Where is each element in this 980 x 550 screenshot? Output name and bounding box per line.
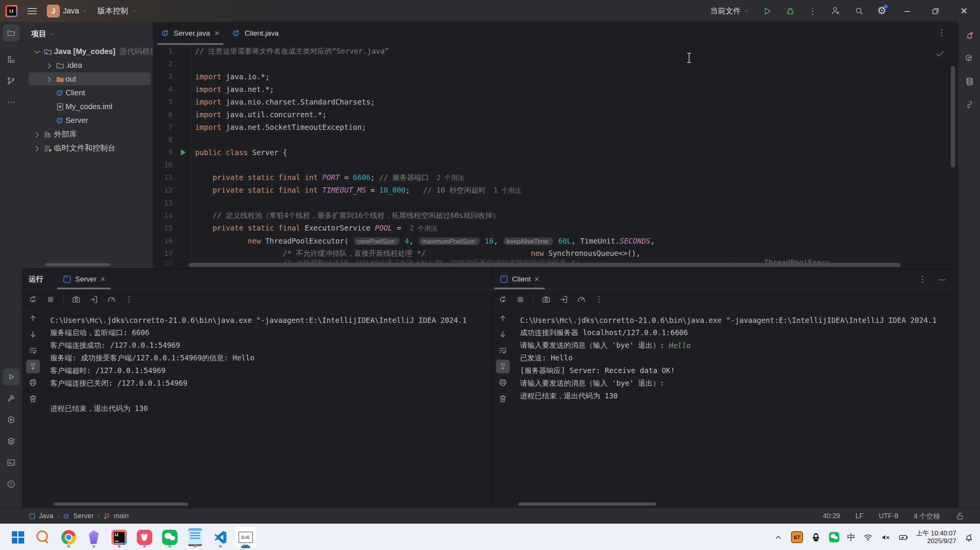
soft-wrap-icon[interactable] bbox=[26, 344, 40, 357]
tray-expand-icon[interactable] bbox=[773, 532, 783, 542]
line-number[interactable]: 9 bbox=[153, 148, 176, 156]
line-number[interactable]: 16 bbox=[153, 237, 176, 245]
console-tab-server[interactable]: Server✕ bbox=[59, 269, 109, 289]
window-minimize-button[interactable]: – bbox=[900, 5, 915, 17]
tree-item-client[interactable]: CClient bbox=[22, 86, 153, 100]
taskbar-app-obsidian[interactable] bbox=[83, 526, 105, 548]
code-editor[interactable]: 1// 注意这里需要将文件名改成主类对应的“Server.java”23impo… bbox=[153, 45, 958, 268]
capture-snapshot-icon[interactable] bbox=[540, 293, 553, 306]
battery-saver-icon[interactable] bbox=[898, 532, 908, 542]
chevron-down-icon[interactable] bbox=[49, 31, 55, 37]
chevron-down-icon[interactable] bbox=[33, 47, 40, 55]
panel-options-icon[interactable]: ⋮ bbox=[918, 274, 927, 284]
window-restore-button[interactable] bbox=[928, 7, 943, 16]
clear-all-icon[interactable] bbox=[496, 392, 510, 406]
tree-item--idea[interactable]: .idea bbox=[22, 58, 153, 72]
close-tab-icon[interactable]: ✕ bbox=[534, 275, 540, 283]
notifications-icon[interactable] bbox=[961, 27, 978, 44]
search-icon[interactable] bbox=[854, 6, 864, 16]
line-number[interactable]: 11 bbox=[153, 174, 176, 182]
chevron-right-icon[interactable] bbox=[33, 144, 40, 152]
layers-tool-icon[interactable] bbox=[3, 433, 20, 450]
chevron-right-icon[interactable] bbox=[33, 130, 40, 138]
scroll-to-end-icon[interactable] bbox=[496, 360, 510, 373]
console-horizontal-scrollbar[interactable] bbox=[518, 503, 656, 506]
build-tool-icon[interactable] bbox=[3, 390, 20, 407]
clear-all-icon[interactable] bbox=[26, 392, 40, 406]
settings-button[interactable]: ⚙ bbox=[877, 6, 886, 16]
wechat-tray-icon[interactable] bbox=[829, 532, 839, 542]
scroll-up-icon[interactable] bbox=[26, 311, 40, 325]
line-number[interactable]: 15 bbox=[153, 224, 176, 232]
console-output[interactable]: C:\Users\Hc\.jdks\corretto-21.0.6\bin\ja… bbox=[520, 314, 955, 402]
wifi-icon[interactable] bbox=[863, 532, 873, 542]
notifications-dnd-icon[interactable]: zz bbox=[964, 532, 974, 542]
line-number[interactable]: 10 bbox=[153, 161, 176, 169]
console-horizontal-scrollbar[interactable] bbox=[54, 503, 188, 506]
terminal-tool-icon[interactable] bbox=[3, 454, 20, 471]
tree-item-java-my-codes-[interactable]: Java [My_codes]源代码根目 bbox=[22, 44, 153, 58]
scroll-down-icon[interactable] bbox=[26, 327, 40, 341]
line-number[interactable]: 7 bbox=[153, 123, 176, 131]
line-number[interactable]: 1 bbox=[153, 47, 176, 55]
tree-item-out[interactable]: out bbox=[22, 72, 153, 86]
more-tools-icon[interactable] bbox=[3, 94, 20, 111]
editor-tab-client-java[interactable]: CClient.java bbox=[226, 22, 285, 45]
editor-tab-server-java[interactable]: CServer.java✕ bbox=[155, 22, 226, 45]
debug-button[interactable] bbox=[785, 6, 795, 16]
chevron-right-icon[interactable] bbox=[45, 61, 53, 69]
run-button[interactable] bbox=[762, 6, 772, 16]
qq-icon[interactable] bbox=[811, 532, 821, 543]
status-line-separator[interactable]: LF bbox=[855, 512, 863, 520]
window-close-button[interactable]: ✕ bbox=[956, 6, 972, 16]
line-number[interactable]: 18 bbox=[153, 260, 176, 266]
breadcrumb-main[interactable]: mmain bbox=[103, 512, 129, 520]
database-tool-icon[interactable] bbox=[961, 73, 978, 90]
main-menu-icon[interactable] bbox=[28, 8, 37, 14]
project-selector[interactable]: J Java bbox=[47, 5, 87, 18]
scroll-down-icon[interactable] bbox=[496, 327, 510, 341]
scroll-to-end-icon[interactable] bbox=[26, 360, 40, 373]
run-tool-icon[interactable] bbox=[3, 368, 20, 385]
line-number[interactable]: 2 bbox=[153, 60, 176, 68]
import-thread-dump-icon[interactable] bbox=[557, 293, 570, 306]
scroll-up-icon[interactable] bbox=[496, 311, 510, 325]
soft-wrap-icon[interactable] bbox=[496, 344, 510, 357]
line-number[interactable]: 3 bbox=[153, 72, 176, 80]
rerun-button[interactable] bbox=[496, 293, 509, 306]
taskbar-app-red-fox-app[interactable] bbox=[133, 526, 155, 548]
tab-options-icon[interactable]: ⋮ bbox=[937, 28, 946, 38]
ime-indicator[interactable]: 中 bbox=[847, 532, 855, 543]
taskbar-app-search[interactable] bbox=[32, 526, 54, 548]
status-caret-position[interactable]: 40:29 bbox=[823, 512, 840, 520]
problems-tool-icon[interactable] bbox=[3, 476, 20, 493]
stop-button[interactable] bbox=[514, 293, 527, 306]
vcs-menu[interactable]: 版本控制 bbox=[97, 6, 136, 16]
profiler-icon[interactable] bbox=[105, 293, 118, 306]
services-tool-icon[interactable] bbox=[3, 411, 20, 428]
taskbar-app-screentogif[interactable]: S>G bbox=[235, 526, 256, 548]
toolbar-more-icon[interactable] bbox=[123, 293, 136, 306]
line-number[interactable]: 17 bbox=[153, 249, 176, 257]
taskbar-app-notepad[interactable] bbox=[184, 526, 206, 548]
taskbar-app-vscode[interactable] bbox=[209, 526, 231, 548]
structure-tool-icon[interactable] bbox=[3, 51, 20, 68]
tree-item-my-codes-iml[interactable]: My_codes.iml bbox=[22, 100, 153, 113]
line-number[interactable]: 8 bbox=[153, 136, 176, 144]
status-indent-style[interactable]: 4 个空格 bbox=[914, 512, 940, 521]
project-horizontal-scrollbar[interactable] bbox=[45, 263, 110, 266]
rerun-button[interactable] bbox=[26, 293, 39, 306]
taskbar-app-start[interactable] bbox=[7, 526, 29, 548]
version-control-tool-icon[interactable] bbox=[3, 72, 20, 89]
close-tab-icon[interactable]: ✕ bbox=[214, 29, 220, 38]
tray-badge-67[interactable]: 67 bbox=[791, 531, 803, 543]
editor-horizontal-scrollbar[interactable] bbox=[189, 263, 901, 267]
file-writable-icon[interactable] bbox=[955, 512, 965, 521]
import-thread-dump-icon[interactable] bbox=[87, 293, 100, 306]
breadcrumb-java[interactable]: Java bbox=[28, 512, 53, 520]
stop-button[interactable] bbox=[44, 293, 57, 306]
line-number[interactable]: 13 bbox=[153, 199, 176, 207]
volume-muted-icon[interactable] bbox=[881, 532, 891, 542]
breadcrumb-server[interactable]: CServer bbox=[63, 512, 94, 520]
print-icon[interactable] bbox=[26, 376, 40, 390]
